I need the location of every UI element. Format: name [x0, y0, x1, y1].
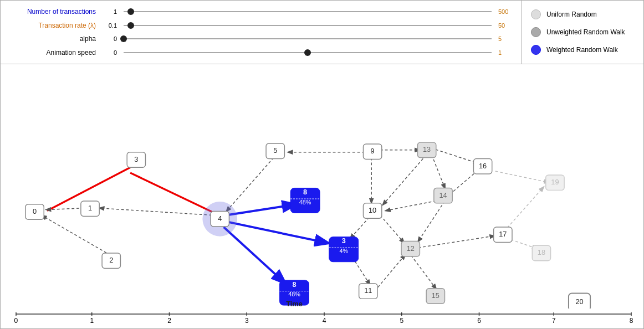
node-8b-pct: 48%	[288, 291, 300, 297]
blue-edge-4-3b	[227, 222, 330, 243]
red-edge-3-4	[130, 173, 216, 214]
slider-thumb-rate[interactable]	[127, 22, 134, 29]
slider-max-animation: 1	[498, 49, 515, 56]
slider-track-animation[interactable]	[124, 52, 492, 53]
node-15-label: 15	[432, 291, 439, 300]
slider-row-rate: Transaction rate (λ) 0.1 50	[7, 22, 515, 29]
viz-svg: 0 1 2 3 4 5 8 48%	[1, 64, 643, 309]
node-20-label: 20	[575, 297, 583, 306]
tick-label-4: 4	[323, 317, 326, 325]
node-8b-num: 8	[292, 280, 296, 289]
node-3-label: 3	[134, 155, 138, 163]
viz-area: 0 1 2 3 4 5 8 48%	[1, 64, 643, 309]
node-3b-pct: 4%	[339, 248, 348, 254]
time-axis: 0 1 2 3 4 5 6 7 8	[1, 309, 643, 328]
blue-edge-4-8b	[224, 227, 287, 284]
arrow-12-15	[411, 255, 437, 290]
node-8a-num: 8	[303, 188, 307, 196]
arrow-14-10	[385, 200, 441, 211]
node-10-label: 10	[369, 206, 376, 214]
tick-label-5: 5	[400, 317, 403, 325]
slider-min-alpha: 0	[100, 35, 117, 42]
arrow-10-12	[380, 215, 405, 243]
slider-row-alpha: alpha 0 5	[7, 35, 515, 43]
blue-edge-4-8a	[227, 204, 297, 215]
legend-item-weighted: Weighted Random Walk	[531, 45, 635, 55]
slider-max-rate: 50	[498, 22, 515, 29]
legend-section: Uniform Random Unweighted Random Walk We…	[522, 1, 643, 64]
slider-label-transactions: Number of transactions	[7, 8, 96, 16]
tick-label-2: 2	[167, 317, 171, 325]
slider-min-rate: 0.1	[100, 22, 117, 29]
arrow-4-1	[99, 208, 212, 215]
legend-item-uniform: Uniform Random	[531, 9, 635, 19]
arrow-12-17	[418, 236, 495, 248]
legend-dot-uniform	[531, 9, 541, 19]
arrow-10-3b	[350, 217, 369, 239]
time-label: Time	[286, 300, 303, 308]
arrow-14-12	[417, 201, 444, 242]
node-3b-num: 3	[342, 237, 346, 245]
arrow-13-14	[432, 155, 446, 189]
sliders-section: Number of transactions 1 500 Transaction…	[1, 1, 522, 64]
controls-panel: Number of transactions 1 500 Transaction…	[1, 1, 643, 64]
slider-track-rate[interactable]	[124, 25, 492, 26]
node-17-label: 17	[499, 230, 507, 238]
legend-item-unweighted: Unweighted Random Walk	[531, 27, 635, 37]
slider-min-animation: 0	[100, 49, 117, 56]
node-13-label: 13	[423, 145, 431, 153]
node-9-label: 9	[371, 147, 375, 155]
node-5-label: 5	[273, 146, 277, 155]
slider-label-animation: Animation speed	[7, 49, 96, 56]
node-19-label: 19	[551, 178, 559, 186]
arrow-13-16	[436, 150, 479, 163]
time-axis-svg: 0 1 2 3 4 5 6 7 8	[1, 309, 643, 328]
slider-thumb-transactions[interactable]	[127, 8, 134, 15]
tick-label-3: 3	[245, 317, 249, 325]
node-1-label: 1	[88, 204, 92, 212]
legend-label-uniform: Uniform Random	[546, 11, 597, 18]
legend-dot-unweighted	[531, 27, 541, 37]
tick-label-8: 8	[630, 317, 633, 325]
tick-label-0: 0	[14, 317, 18, 325]
arrow-5-4	[226, 158, 274, 212]
slider-row-transactions: Number of transactions 1 500	[7, 8, 515, 16]
node-2-label: 2	[109, 256, 113, 264]
slider-thumb-alpha[interactable]	[120, 35, 127, 42]
arrow-13-10	[382, 155, 426, 205]
node-0-label: 0	[33, 207, 37, 215]
arrow-16-19	[495, 171, 550, 183]
node-18-label: 18	[538, 248, 545, 256]
node-4-label: 4	[218, 214, 222, 223]
slider-track-transactions[interactable]	[124, 11, 492, 12]
arrow-2-0	[41, 215, 110, 255]
tick-label-7: 7	[552, 317, 556, 325]
slider-label-rate: Transaction rate (λ)	[7, 22, 96, 29]
node-12-label: 12	[407, 244, 415, 253]
node-14-label: 14	[439, 191, 447, 199]
tick-label-1: 1	[90, 317, 94, 325]
node-11-label: 11	[364, 286, 372, 295]
slider-label-alpha: alpha	[7, 35, 96, 43]
node-16-label: 16	[479, 162, 487, 170]
app: Number of transactions 1 500 Transaction…	[0, 0, 644, 329]
slider-max-transactions: 500	[498, 8, 515, 15]
legend-label-weighted: Weighted Random Walk	[546, 46, 618, 54]
legend-dot-weighted	[531, 45, 541, 55]
node-8a-pct: 48%	[299, 199, 311, 205]
slider-max-alpha: 5	[498, 35, 515, 42]
slider-thumb-animation[interactable]	[304, 49, 311, 56]
slider-min-transactions: 1	[100, 8, 117, 15]
tick-label-6: 6	[477, 317, 481, 325]
slider-track-alpha[interactable]	[124, 38, 492, 39]
slider-row-animation: Animation speed 0 1	[7, 49, 515, 56]
legend-label-unweighted: Unweighted Random Walk	[546, 28, 625, 36]
arrow-11-12	[375, 254, 406, 291]
